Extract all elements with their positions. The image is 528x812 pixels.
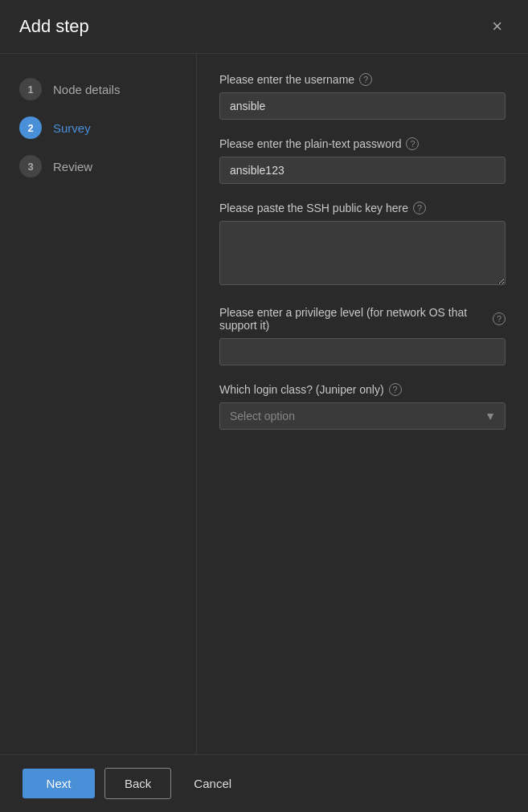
sidebar-item-label-review: Review: [53, 160, 92, 173]
login-class-select-wrapper: Select option ▼: [219, 402, 505, 430]
login-class-help-icon[interactable]: ?: [389, 383, 402, 396]
username-label: Please enter the username ?: [219, 73, 505, 86]
username-group: Please enter the username ?: [219, 73, 505, 120]
ssh-key-textarea[interactable]: [219, 221, 505, 285]
password-group: Please enter the plain-text password ?: [219, 137, 505, 184]
close-button[interactable]: ×: [485, 14, 509, 39]
sidebar-item-label-node-details: Node details: [53, 83, 120, 96]
login-class-label: Which login class? (Juniper only) ?: [219, 383, 505, 396]
modal-body: 1 Node details 2 Survey 3 Review: [0, 54, 528, 754]
privilege-input[interactable]: [219, 338, 505, 365]
password-input[interactable]: [219, 157, 505, 184]
password-help-icon[interactable]: ?: [406, 137, 419, 150]
ssh-key-label: Please paste the SSH public key here ?: [219, 202, 505, 214]
step-number-1: 1: [19, 78, 42, 100]
modal-title: Add step: [19, 16, 89, 37]
modal-header: Add step ×: [0, 0, 528, 54]
login-class-group: Which login class? (Juniper only) ? Sele…: [219, 383, 505, 430]
username-help-icon[interactable]: ?: [359, 73, 372, 86]
step-number-2: 2: [19, 116, 42, 139]
cancel-button[interactable]: Cancel: [181, 769, 244, 798]
next-button[interactable]: Next: [23, 769, 95, 798]
sidebar-item-review[interactable]: 3 Review: [0, 147, 196, 186]
ssh-key-help-icon[interactable]: ?: [413, 202, 426, 214]
sidebar: 1 Node details 2 Survey 3 Review: [0, 54, 197, 754]
privilege-label: Please enter a privilege level (for netw…: [219, 306, 505, 332]
ssh-key-group: Please paste the SSH public key here ?: [219, 202, 505, 288]
privilege-help-icon[interactable]: ?: [493, 312, 505, 325]
password-label: Please enter the plain-text password ?: [219, 137, 505, 150]
form-content: Please enter the username ? Please enter…: [197, 54, 528, 754]
modal-footer: Next Back Cancel: [0, 754, 528, 812]
step-number-3: 3: [19, 155, 42, 177]
privilege-group: Please enter a privilege level (for netw…: [219, 306, 505, 365]
sidebar-item-node-details[interactable]: 1 Node details: [0, 70, 196, 108]
login-class-select[interactable]: Select option: [219, 402, 505, 430]
username-input[interactable]: [219, 92, 505, 120]
back-button[interactable]: Back: [104, 768, 171, 799]
add-step-modal: Add step × 1 Node details 2 Survey 3: [0, 0, 528, 812]
sidebar-item-survey[interactable]: 2 Survey: [0, 108, 196, 147]
sidebar-item-label-survey: Survey: [53, 121, 91, 135]
